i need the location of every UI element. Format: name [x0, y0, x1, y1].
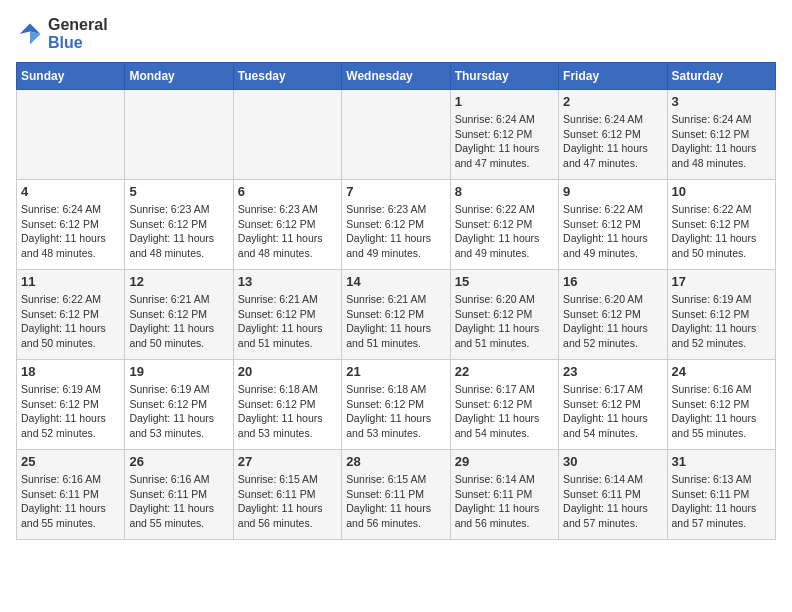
calendar-cell — [125, 90, 233, 180]
logo-text: General Blue — [48, 16, 108, 52]
day-info: Sunrise: 6:17 AMSunset: 6:12 PMDaylight:… — [563, 382, 662, 441]
calendar-cell: 2Sunrise: 6:24 AMSunset: 6:12 PMDaylight… — [559, 90, 667, 180]
weekday-header-row: SundayMondayTuesdayWednesdayThursdayFrid… — [17, 63, 776, 90]
day-number: 2 — [563, 94, 662, 109]
day-number: 27 — [238, 454, 337, 469]
logo-icon — [16, 20, 44, 48]
day-number: 9 — [563, 184, 662, 199]
calendar-cell: 14Sunrise: 6:21 AMSunset: 6:12 PMDayligh… — [342, 270, 450, 360]
calendar-cell: 29Sunrise: 6:14 AMSunset: 6:11 PMDayligh… — [450, 450, 558, 540]
calendar-cell: 18Sunrise: 6:19 AMSunset: 6:12 PMDayligh… — [17, 360, 125, 450]
calendar-week-row: 25Sunrise: 6:16 AMSunset: 6:11 PMDayligh… — [17, 450, 776, 540]
day-info: Sunrise: 6:20 AMSunset: 6:12 PMDaylight:… — [563, 292, 662, 351]
calendar-cell — [17, 90, 125, 180]
day-number: 13 — [238, 274, 337, 289]
day-number: 19 — [129, 364, 228, 379]
day-info: Sunrise: 6:22 AMSunset: 6:12 PMDaylight:… — [563, 202, 662, 261]
calendar-cell: 11Sunrise: 6:22 AMSunset: 6:12 PMDayligh… — [17, 270, 125, 360]
calendar-cell: 23Sunrise: 6:17 AMSunset: 6:12 PMDayligh… — [559, 360, 667, 450]
day-info: Sunrise: 6:23 AMSunset: 6:12 PMDaylight:… — [129, 202, 228, 261]
day-number: 17 — [672, 274, 771, 289]
calendar-cell: 12Sunrise: 6:21 AMSunset: 6:12 PMDayligh… — [125, 270, 233, 360]
day-info: Sunrise: 6:16 AMSunset: 6:12 PMDaylight:… — [672, 382, 771, 441]
calendar-cell: 22Sunrise: 6:17 AMSunset: 6:12 PMDayligh… — [450, 360, 558, 450]
day-number: 12 — [129, 274, 228, 289]
weekday-header-monday: Monday — [125, 63, 233, 90]
day-info: Sunrise: 6:16 AMSunset: 6:11 PMDaylight:… — [129, 472, 228, 531]
calendar-cell: 1Sunrise: 6:24 AMSunset: 6:12 PMDaylight… — [450, 90, 558, 180]
calendar-body: 1Sunrise: 6:24 AMSunset: 6:12 PMDaylight… — [17, 90, 776, 540]
day-number: 22 — [455, 364, 554, 379]
calendar-cell: 16Sunrise: 6:20 AMSunset: 6:12 PMDayligh… — [559, 270, 667, 360]
day-info: Sunrise: 6:19 AMSunset: 6:12 PMDaylight:… — [672, 292, 771, 351]
day-number: 25 — [21, 454, 120, 469]
day-info: Sunrise: 6:24 AMSunset: 6:12 PMDaylight:… — [563, 112, 662, 171]
calendar-cell: 24Sunrise: 6:16 AMSunset: 6:12 PMDayligh… — [667, 360, 775, 450]
day-number: 4 — [21, 184, 120, 199]
calendar-cell: 28Sunrise: 6:15 AMSunset: 6:11 PMDayligh… — [342, 450, 450, 540]
day-info: Sunrise: 6:14 AMSunset: 6:11 PMDaylight:… — [455, 472, 554, 531]
day-info: Sunrise: 6:20 AMSunset: 6:12 PMDaylight:… — [455, 292, 554, 351]
calendar-cell: 4Sunrise: 6:24 AMSunset: 6:12 PMDaylight… — [17, 180, 125, 270]
day-number: 16 — [563, 274, 662, 289]
day-number: 28 — [346, 454, 445, 469]
day-info: Sunrise: 6:14 AMSunset: 6:11 PMDaylight:… — [563, 472, 662, 531]
day-info: Sunrise: 6:22 AMSunset: 6:12 PMDaylight:… — [672, 202, 771, 261]
weekday-header-friday: Friday — [559, 63, 667, 90]
day-number: 7 — [346, 184, 445, 199]
calendar-cell: 30Sunrise: 6:14 AMSunset: 6:11 PMDayligh… — [559, 450, 667, 540]
calendar-cell: 8Sunrise: 6:22 AMSunset: 6:12 PMDaylight… — [450, 180, 558, 270]
weekday-header-thursday: Thursday — [450, 63, 558, 90]
calendar-cell — [233, 90, 341, 180]
day-info: Sunrise: 6:15 AMSunset: 6:11 PMDaylight:… — [238, 472, 337, 531]
page-header: General Blue — [16, 16, 776, 52]
calendar-cell: 17Sunrise: 6:19 AMSunset: 6:12 PMDayligh… — [667, 270, 775, 360]
calendar-cell: 13Sunrise: 6:21 AMSunset: 6:12 PMDayligh… — [233, 270, 341, 360]
day-number: 18 — [21, 364, 120, 379]
day-info: Sunrise: 6:17 AMSunset: 6:12 PMDaylight:… — [455, 382, 554, 441]
calendar-cell: 10Sunrise: 6:22 AMSunset: 6:12 PMDayligh… — [667, 180, 775, 270]
weekday-header-tuesday: Tuesday — [233, 63, 341, 90]
day-number: 30 — [563, 454, 662, 469]
day-info: Sunrise: 6:15 AMSunset: 6:11 PMDaylight:… — [346, 472, 445, 531]
calendar-cell: 5Sunrise: 6:23 AMSunset: 6:12 PMDaylight… — [125, 180, 233, 270]
day-info: Sunrise: 6:18 AMSunset: 6:12 PMDaylight:… — [346, 382, 445, 441]
calendar-cell: 21Sunrise: 6:18 AMSunset: 6:12 PMDayligh… — [342, 360, 450, 450]
day-info: Sunrise: 6:21 AMSunset: 6:12 PMDaylight:… — [238, 292, 337, 351]
day-number: 23 — [563, 364, 662, 379]
day-number: 26 — [129, 454, 228, 469]
day-info: Sunrise: 6:23 AMSunset: 6:12 PMDaylight:… — [346, 202, 445, 261]
logo: General Blue — [16, 16, 108, 52]
calendar-cell: 7Sunrise: 6:23 AMSunset: 6:12 PMDaylight… — [342, 180, 450, 270]
calendar-cell: 26Sunrise: 6:16 AMSunset: 6:11 PMDayligh… — [125, 450, 233, 540]
day-info: Sunrise: 6:19 AMSunset: 6:12 PMDaylight:… — [129, 382, 228, 441]
day-info: Sunrise: 6:21 AMSunset: 6:12 PMDaylight:… — [346, 292, 445, 351]
day-number: 29 — [455, 454, 554, 469]
calendar-cell: 25Sunrise: 6:16 AMSunset: 6:11 PMDayligh… — [17, 450, 125, 540]
calendar-header: SundayMondayTuesdayWednesdayThursdayFrid… — [17, 63, 776, 90]
weekday-header-saturday: Saturday — [667, 63, 775, 90]
calendar-week-row: 4Sunrise: 6:24 AMSunset: 6:12 PMDaylight… — [17, 180, 776, 270]
day-number: 15 — [455, 274, 554, 289]
calendar-cell: 19Sunrise: 6:19 AMSunset: 6:12 PMDayligh… — [125, 360, 233, 450]
day-number: 11 — [21, 274, 120, 289]
day-info: Sunrise: 6:18 AMSunset: 6:12 PMDaylight:… — [238, 382, 337, 441]
calendar-cell: 31Sunrise: 6:13 AMSunset: 6:11 PMDayligh… — [667, 450, 775, 540]
day-info: Sunrise: 6:13 AMSunset: 6:11 PMDaylight:… — [672, 472, 771, 531]
day-info: Sunrise: 6:22 AMSunset: 6:12 PMDaylight:… — [455, 202, 554, 261]
day-info: Sunrise: 6:23 AMSunset: 6:12 PMDaylight:… — [238, 202, 337, 261]
day-number: 8 — [455, 184, 554, 199]
calendar-cell: 27Sunrise: 6:15 AMSunset: 6:11 PMDayligh… — [233, 450, 341, 540]
calendar-week-row: 1Sunrise: 6:24 AMSunset: 6:12 PMDaylight… — [17, 90, 776, 180]
day-number: 6 — [238, 184, 337, 199]
day-info: Sunrise: 6:16 AMSunset: 6:11 PMDaylight:… — [21, 472, 120, 531]
day-info: Sunrise: 6:24 AMSunset: 6:12 PMDaylight:… — [21, 202, 120, 261]
calendar-table: SundayMondayTuesdayWednesdayThursdayFrid… — [16, 62, 776, 540]
day-number: 10 — [672, 184, 771, 199]
day-number: 21 — [346, 364, 445, 379]
day-number: 1 — [455, 94, 554, 109]
day-info: Sunrise: 6:19 AMSunset: 6:12 PMDaylight:… — [21, 382, 120, 441]
day-number: 20 — [238, 364, 337, 379]
calendar-cell: 3Sunrise: 6:24 AMSunset: 6:12 PMDaylight… — [667, 90, 775, 180]
calendar-cell: 20Sunrise: 6:18 AMSunset: 6:12 PMDayligh… — [233, 360, 341, 450]
